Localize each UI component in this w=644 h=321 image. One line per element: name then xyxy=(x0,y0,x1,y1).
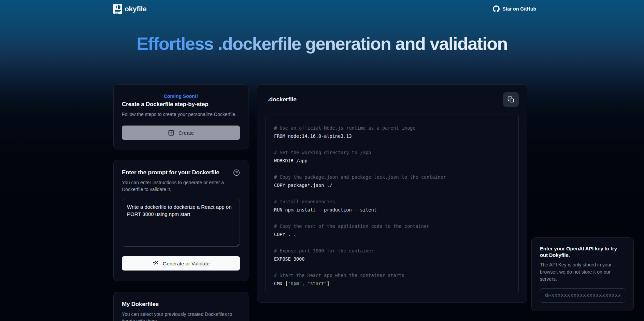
create-button-label: Create xyxy=(178,130,194,136)
brand-logo[interactable]: okyfile xyxy=(113,4,146,14)
dokyfile-logo-icon xyxy=(113,4,122,14)
grid-icon xyxy=(168,130,174,136)
prompt-description: You can enter instructions to generate o… xyxy=(122,179,240,193)
api-key-card: Enter your OpenAI API key to try out Dok… xyxy=(531,237,634,311)
title-rest: generation and validation xyxy=(305,34,507,54)
generate-validate-label: Generate or Validate xyxy=(163,261,210,266)
card-my-dockerfiles: My Dokerfiles You can select your previo… xyxy=(113,292,248,321)
my-dockerfiles-description: You can select your previously created D… xyxy=(122,311,240,321)
api-key-description: The API Key is only stored in your brows… xyxy=(540,261,625,283)
create-button[interactable]: Create xyxy=(122,126,240,140)
github-icon xyxy=(493,5,500,12)
navbar: okyfile Star on GitHub xyxy=(0,0,644,18)
my-dockerfiles-title: My Dokerfiles xyxy=(122,301,240,308)
card-prompt: Enter the prompt for your Dockerfile You… xyxy=(113,160,248,281)
brand-name: okyfile xyxy=(125,5,146,13)
dockerfile-code: # Use an official Node.js runtime as a p… xyxy=(266,115,519,294)
page-title: Effortless .dockerfile generation and va… xyxy=(0,33,644,54)
api-key-input[interactable] xyxy=(540,288,625,303)
help-icon[interactable] xyxy=(233,169,240,176)
step-by-step-title: Create a Dockerfile step-by-step xyxy=(122,101,240,108)
title-effortless: Effortless xyxy=(137,34,213,54)
prompt-textarea[interactable]: Write a dockerfile to dockerize a React … xyxy=(122,199,240,247)
github-label: Star on GitHub xyxy=(502,6,536,12)
copy-button[interactable] xyxy=(503,92,519,107)
prompt-title: Enter the prompt for your Dockerfile xyxy=(122,169,219,176)
coming-soon-badge: Coming Soon!! xyxy=(122,93,240,99)
api-key-title: Enter your OpenAI API key to try out Dok… xyxy=(540,245,625,258)
card-step-by-step: Coming Soon!! Create a Dockerfile step-b… xyxy=(113,84,248,149)
dockerfile-filename: .dockerfile xyxy=(266,96,297,103)
step-by-step-description: Follow the steps to create your personal… xyxy=(122,111,240,118)
generate-validate-button[interactable]: Generate or Validate xyxy=(122,256,240,271)
left-column: Coming Soon!! Create a Dockerfile step-b… xyxy=(113,84,248,321)
star-on-github-link[interactable]: Star on GitHub xyxy=(493,5,536,12)
copy-icon xyxy=(507,96,514,103)
magic-wand-icon xyxy=(152,260,159,267)
dockerfile-editor-card: .dockerfile # Use an official Node.js ru… xyxy=(257,84,527,303)
title-dockerfile: .dockerfile xyxy=(218,34,301,54)
